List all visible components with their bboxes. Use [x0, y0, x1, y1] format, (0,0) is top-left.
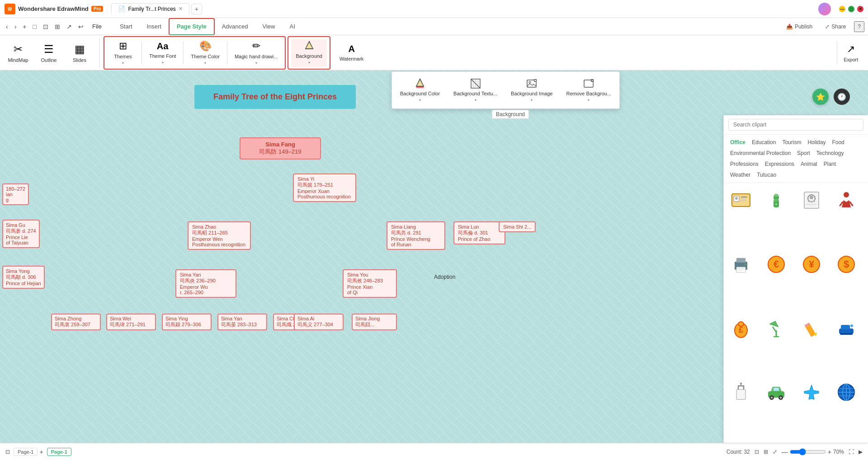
- theme-color-button[interactable]: 🎨 Theme Color ▾: [186, 39, 224, 67]
- tab-close-btn[interactable]: ✕: [179, 6, 183, 12]
- watermark-button[interactable]: A Watermark: [335, 39, 368, 67]
- cat-plant[interactable]: Plant: [822, 160, 838, 168]
- clipart-item-euro[interactable]: €: [763, 251, 790, 278]
- bg-image-button[interactable]: Background Image ▾: [505, 75, 559, 105]
- tab-advanced[interactable]: Advanced: [215, 18, 255, 35]
- clipart-item-globe[interactable]: [833, 379, 860, 406]
- clipart-item-stapler[interactable]: [833, 315, 860, 342]
- clipart-item-bottle[interactable]: [763, 187, 790, 214]
- tab-view[interactable]: View: [255, 18, 283, 35]
- export-button[interactable]: ↗ Export: [837, 42, 864, 64]
- cat-tourism[interactable]: Tourism: [780, 138, 803, 146]
- cat-env-protection[interactable]: Environmental Protection: [728, 149, 793, 157]
- sima-ai-node[interactable]: Sima Ai司馬义 277–304: [294, 314, 344, 330]
- back-button[interactable]: ‹: [4, 22, 10, 32]
- current-page-tag[interactable]: Page-1: [47, 448, 71, 456]
- active-tab[interactable]: 📄 Family Tr...t Princes ✕: [111, 3, 189, 14]
- cat-tutucao[interactable]: Tutucao: [755, 171, 778, 179]
- zoom-slider[interactable]: [790, 448, 826, 455]
- magic-hand-button[interactable]: ✏ Magic hand drawi... ▾: [230, 39, 282, 67]
- add-page-button[interactable]: +: [39, 448, 43, 455]
- close-button[interactable]: ✕: [857, 6, 863, 12]
- maximize-button[interactable]: □: [848, 6, 854, 12]
- clipart-item-dollar-bag[interactable]: $: [833, 251, 860, 278]
- sima-jiong-node[interactable]: Sima Jiong司馬囧...: [352, 314, 397, 330]
- bg-texture-button[interactable]: Background Textu... ▾: [447, 75, 504, 105]
- page-1-tag[interactable]: Page-1: [14, 448, 38, 456]
- open-button[interactable]: □: [31, 22, 39, 32]
- grid-icon[interactable]: ⊞: [764, 449, 768, 455]
- clipart-item-green-car[interactable]: [763, 379, 790, 406]
- sima-zhong-node[interactable]: Sima Zhong司馬衷 259–307: [51, 314, 101, 330]
- sima-yi-node[interactable]: Sima Yi司馬懿 179–251Emperor XuanPosthumous…: [293, 174, 356, 202]
- layout-icon[interactable]: ⊡: [5, 449, 10, 455]
- sima-zhao-node[interactable]: Sima Zhao司馬昭 211–265Emperor WenPosthumou…: [188, 221, 251, 250]
- sima-you-node[interactable]: Sima You司馬攸 248–283Prince Xianof Qi: [343, 269, 397, 298]
- tab-start[interactable]: Start: [113, 18, 139, 35]
- zoom-in-button[interactable]: +: [828, 448, 831, 455]
- minimize-button[interactable]: —: [839, 6, 845, 12]
- themes-button[interactable]: ⊞ Themes ▾: [107, 39, 139, 67]
- fullscreen-button[interactable]: ⛶: [849, 449, 854, 455]
- sidebar-toggle[interactable]: ▶: [859, 449, 863, 455]
- fit-icon[interactable]: ⊡: [755, 449, 759, 455]
- theme-font-button[interactable]: Aa Theme Font ▾: [145, 39, 180, 67]
- save-button[interactable]: ⊡: [41, 22, 51, 32]
- cat-food[interactable]: Food: [830, 138, 846, 146]
- forward-button[interactable]: ›: [12, 22, 19, 32]
- sima-yong-node[interactable]: Sima Yong司馬顒 d. 306Prince of Hejian: [2, 266, 45, 289]
- sima-gu-node[interactable]: Sima Gu司馬蒼 d. 274Prince Lieof Taiyuan: [2, 220, 40, 248]
- clipart-item-airplane[interactable]: [798, 379, 825, 406]
- sima-fang-node[interactable]: Sima Fang 司馬防 149–219: [240, 137, 321, 160]
- user-avatar[interactable]: [818, 3, 831, 15]
- sima-ying-node[interactable]: Sima Ying司馬穎 279–306: [162, 314, 212, 330]
- clipart-item-document[interactable]: [798, 187, 825, 214]
- clipart-item-binder-clip[interactable]: [727, 379, 755, 406]
- cat-weather[interactable]: Weather: [728, 171, 752, 179]
- new-button[interactable]: +: [20, 22, 28, 32]
- sima-lun-node[interactable]: Sima Lun司馬倫 d. 301Prince of Zhao: [453, 221, 505, 244]
- share-button[interactable]: ⤢ Share: [821, 22, 850, 31]
- cat-animal[interactable]: Animal: [799, 160, 819, 168]
- clipart-item-yen[interactable]: ¥: [798, 251, 825, 278]
- expand-icon[interactable]: ⤢: [773, 449, 777, 455]
- bg-color-button[interactable]: Background Color ▾: [394, 75, 446, 105]
- cat-sport[interactable]: Sport: [795, 149, 812, 157]
- export-button[interactable]: ↗: [64, 22, 74, 32]
- zoom-out-button[interactable]: —: [782, 448, 788, 455]
- background-button[interactable]: Background ▾: [291, 39, 327, 67]
- tab-insert[interactable]: Insert: [139, 18, 169, 35]
- cat-expressions[interactable]: Expressions: [763, 160, 796, 168]
- sima-wei-node[interactable]: Sima Wei司馬瑋 271–291: [106, 314, 156, 330]
- root-node[interactable]: Family Tree of the Eight Princes: [194, 85, 356, 109]
- sima-yan2-node[interactable]: Sima Yan司馬晏 283–313: [217, 314, 267, 330]
- clipart-item-desk-lamp[interactable]: [763, 315, 790, 342]
- cat-education[interactable]: Education: [750, 138, 778, 146]
- file-menu[interactable]: File: [88, 22, 106, 31]
- clipart-item-pencil[interactable]: [798, 315, 825, 342]
- clipart-item-id-card[interactable]: [727, 187, 755, 214]
- mindmap-button[interactable]: ✂ MindMap: [4, 38, 33, 68]
- ancestor-node[interactable]: 180–272iang: [2, 183, 29, 205]
- sima-shi-node[interactable]: Sima Shi 2...: [499, 221, 536, 232]
- clipart-item-printer[interactable]: [727, 251, 755, 278]
- clipart-search-input[interactable]: [728, 119, 863, 131]
- cat-holiday[interactable]: Holiday: [806, 138, 827, 146]
- publish-button[interactable]: 📤 Publish: [782, 22, 817, 31]
- remove-bg-button[interactable]: Remove Backgrou... ▾: [560, 75, 618, 105]
- tab-page-style[interactable]: Page Style: [169, 18, 215, 35]
- sima-yan-node[interactable]: Sima Yan司馬炎 236–290Emperor Wur. 265–290: [175, 269, 236, 298]
- new-tab-button[interactable]: +: [191, 4, 202, 14]
- outline-button[interactable]: ☰ Outline: [34, 38, 63, 68]
- clipart-item-red-figure[interactable]: [833, 187, 860, 214]
- cat-office[interactable]: Office: [728, 138, 747, 146]
- slides-button[interactable]: ▦ Slides: [65, 38, 94, 68]
- clock-button[interactable]: 🕐: [834, 89, 850, 105]
- cat-technology[interactable]: Technology: [815, 149, 846, 157]
- clipart-item-pound-bag[interactable]: £: [727, 315, 755, 342]
- cat-professions[interactable]: Professions: [728, 160, 760, 168]
- green-circle-button[interactable]: ⭐: [812, 89, 829, 105]
- print-button[interactable]: ⊞: [52, 22, 62, 32]
- undo-button[interactable]: ↩: [76, 22, 86, 32]
- tab-ai[interactable]: AI: [282, 18, 302, 35]
